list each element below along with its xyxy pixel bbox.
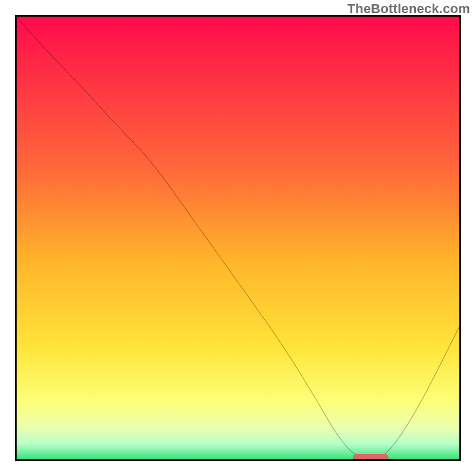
chart-line xyxy=(17,17,459,459)
chart-area xyxy=(15,15,461,461)
optimal-range-marker xyxy=(353,454,389,461)
